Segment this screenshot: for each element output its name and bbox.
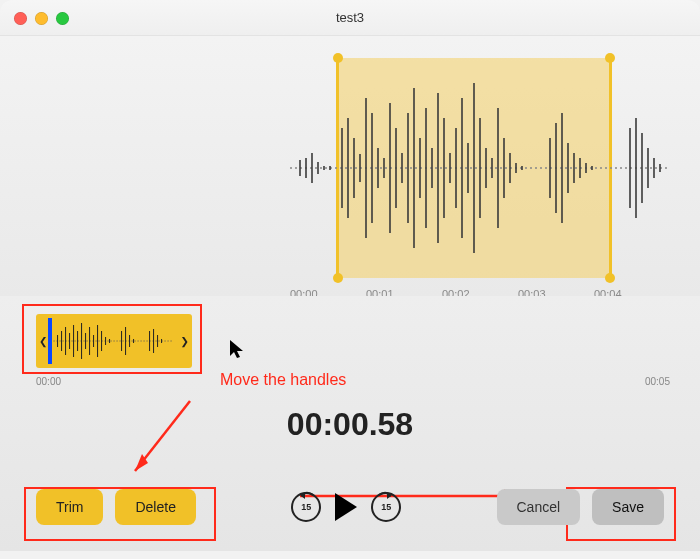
waveform-display[interactable] (290, 58, 670, 278)
mini-waveform-icon (50, 321, 177, 361)
window-title: test3 (336, 10, 364, 25)
mini-end-time: 00:05 (645, 376, 670, 387)
trim-button[interactable]: Trim (36, 489, 103, 525)
svg-marker-75 (230, 340, 243, 358)
mini-waveform[interactable]: ❮ ❯ (36, 314, 192, 368)
close-icon[interactable] (14, 12, 27, 25)
skip-seconds: 15 (381, 502, 391, 512)
delete-button[interactable]: Delete (115, 489, 195, 525)
skip-forward-icon (371, 490, 401, 500)
window-titlebar: test3 (0, 0, 700, 36)
mini-start-time: 00:00 (36, 376, 61, 387)
waveform-icon (290, 58, 670, 278)
skip-back-icon (291, 490, 321, 500)
zoom-icon[interactable] (56, 12, 69, 25)
toolbar: Trim Delete 15 15 Cancel Save (0, 481, 700, 533)
cancel-button[interactable]: Cancel (497, 489, 581, 525)
current-time: 00:00.58 (0, 406, 700, 443)
minimize-icon[interactable] (35, 12, 48, 25)
annotation-text: Move the handles (220, 371, 346, 389)
window-controls (14, 12, 69, 25)
cursor-icon (228, 338, 246, 360)
save-button[interactable]: Save (592, 489, 664, 525)
playhead[interactable] (48, 318, 52, 364)
waveform-panel: 00:00 00:01 00:02 00:03 00:04 (0, 36, 700, 296)
skip-back-button[interactable]: 15 (291, 492, 321, 522)
skip-forward-button[interactable]: 15 (371, 492, 401, 522)
play-button[interactable] (335, 493, 357, 521)
chevron-right-icon: ❯ (178, 333, 192, 349)
skip-seconds: 15 (301, 502, 311, 512)
edit-panel: ❮ ❯ 00:00 00:05 Move the handles 00:00.5… (0, 296, 700, 551)
